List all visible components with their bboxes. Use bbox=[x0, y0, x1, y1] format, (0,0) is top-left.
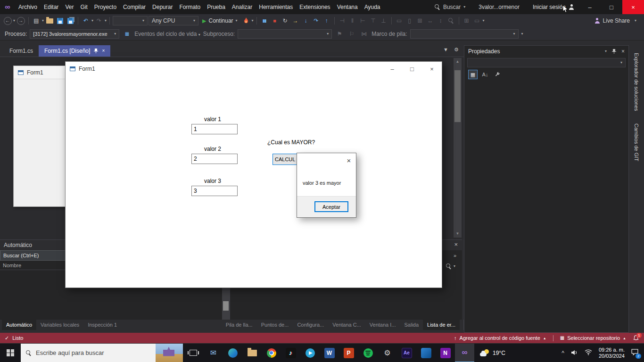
same-height-button[interactable]: ▯ bbox=[405, 16, 414, 26]
stack-frame-select[interactable]: ▾ bbox=[410, 29, 519, 39]
taskbar-powerpoint-icon[interactable]: P bbox=[339, 344, 358, 362]
tab-solution-explorer[interactable]: Explorador de soluciones bbox=[634, 53, 639, 111]
taskbar-telegram-icon[interactable] bbox=[300, 344, 320, 362]
valor1-input[interactable]: 1 bbox=[191, 124, 238, 134]
taskbar-tiktok-icon[interactable]: ♪ bbox=[281, 344, 300, 362]
network-button[interactable] bbox=[585, 349, 592, 357]
menu-proyecto[interactable]: Proyecto bbox=[91, 0, 120, 14]
pin-icon[interactable] bbox=[611, 49, 617, 54]
minimize-button[interactable]: – bbox=[579, 0, 601, 14]
navigate-back-button[interactable]: ← bbox=[3, 16, 12, 26]
chevron-down-icon[interactable]: ▾ bbox=[13, 19, 15, 23]
scroll-up-icon[interactable]: ▲ bbox=[454, 58, 462, 66]
tab-options-icon[interactable]: ⚙ bbox=[454, 47, 459, 52]
tab-automatico[interactable]: Automático bbox=[2, 320, 36, 330]
close-button[interactable]: × bbox=[422, 62, 442, 76]
align-bottoms-button[interactable]: ⊥ bbox=[379, 16, 388, 26]
taskbar-after-effects-icon[interactable]: Ae bbox=[397, 344, 416, 362]
taskbar-chrome-icon[interactable] bbox=[262, 344, 281, 362]
close-icon[interactable]: × bbox=[621, 49, 625, 54]
task-view-button[interactable] bbox=[183, 344, 204, 362]
step-into-button[interactable]: ↓ bbox=[301, 16, 311, 26]
flag-threads-button[interactable]: ⚑ bbox=[335, 29, 344, 39]
tab-ventana-inmediata[interactable]: Ventana I... bbox=[365, 320, 400, 330]
tab-list-dropdown-icon[interactable]: ▼ bbox=[443, 47, 448, 52]
menu-depurar[interactable]: Depurar bbox=[149, 0, 176, 14]
pin-icon[interactable] bbox=[93, 48, 99, 54]
same-width-button[interactable]: ▭ bbox=[395, 16, 404, 26]
align-rights-button[interactable]: ⊢ bbox=[358, 16, 368, 26]
zoom-button[interactable] bbox=[446, 16, 456, 26]
restart-button[interactable]: ↻ bbox=[281, 16, 290, 26]
scrollbar-thumb[interactable] bbox=[223, 301, 229, 311]
menu-archivo[interactable]: Archivo bbox=[15, 0, 41, 14]
lifecycle-dropdown[interactable]: Eventos del ciclo de vida ▾ bbox=[134, 31, 200, 37]
select-repository-button[interactable]: ▦ Seleccionar repositorio ▲ bbox=[560, 335, 626, 341]
tab-salida[interactable]: Salida bbox=[400, 320, 423, 330]
navigate-forward-button[interactable]: → bbox=[16, 16, 25, 26]
step-out-button[interactable]: ↑ bbox=[322, 16, 331, 26]
live-share-button[interactable]: Live Share bbox=[591, 17, 634, 24]
add-to-source-control-button[interactable]: ↑ Agregar al control de código fuente ▲ bbox=[454, 335, 546, 341]
valor3-input[interactable]: 3 bbox=[191, 186, 238, 196]
taskbar-app-blue-icon[interactable] bbox=[416, 344, 436, 362]
save-button[interactable] bbox=[55, 16, 65, 26]
toolbar-options-icon[interactable]: ▾ bbox=[635, 19, 636, 23]
process-steps-button[interactable]: ▦ bbox=[122, 29, 132, 39]
toolbar-overflow-icon[interactable]: ▾ bbox=[521, 32, 523, 36]
menu-ventana[interactable]: Ventana bbox=[334, 0, 361, 14]
order-button[interactable]: ▭ bbox=[472, 16, 482, 26]
flagged-only-button[interactable]: ⚐ bbox=[347, 29, 356, 39]
menu-prueba[interactable]: Prueba bbox=[204, 0, 229, 14]
taskbar-mail-icon[interactable]: ✉ bbox=[204, 344, 223, 362]
menu-herramientas[interactable]: Herramientas bbox=[256, 0, 296, 14]
same-size-button[interactable]: ⊞ bbox=[415, 16, 425, 26]
redo-button[interactable]: ↷ bbox=[94, 16, 104, 26]
tab-form1-cs[interactable]: Form1.cs bbox=[4, 45, 39, 57]
vertical-spacing-button[interactable]: ↕ bbox=[436, 16, 446, 26]
taskbar-weather[interactable]: 19°C bbox=[474, 349, 511, 357]
toolbar-overflow-icon[interactable]: » bbox=[454, 253, 456, 258]
tab-pila-de-llamadas[interactable]: Pila de lla... bbox=[222, 320, 257, 330]
object-selector-combo[interactable]: ▾ bbox=[467, 58, 626, 67]
document-scrollbar[interactable]: ▲ ▼ bbox=[454, 58, 462, 238]
alphabetical-button[interactable]: A↓ bbox=[480, 70, 490, 79]
menu-analizar[interactable]: Analizar bbox=[229, 0, 256, 14]
taskbar-onenote-icon[interactable]: N bbox=[436, 344, 455, 362]
suspend-threads-button[interactable]: ⋈ bbox=[359, 29, 369, 39]
chevron-down-icon[interactable]: ▾ bbox=[42, 19, 44, 23]
maximize-button[interactable]: □ bbox=[402, 62, 422, 76]
taskbar-settings-icon[interactable]: ⚙ bbox=[378, 344, 397, 362]
chevron-down-icon[interactable]: ▾ bbox=[91, 19, 93, 23]
new-file-button[interactable]: ▤ bbox=[32, 16, 41, 26]
undo-button[interactable]: ↶ bbox=[81, 16, 91, 26]
continue-button[interactable]: ▶ Continuar ▾ bbox=[199, 16, 240, 26]
taskbar-search-input[interactable]: Escribe aquí para buscar bbox=[21, 344, 183, 362]
tab-puntos-de-interrupcion[interactable]: Puntos de... bbox=[257, 320, 293, 330]
taskbar-spotify-icon[interactable] bbox=[358, 344, 378, 362]
stop-debugging-button[interactable]: ■ bbox=[270, 16, 280, 26]
group-button[interactable]: ⊞ bbox=[462, 16, 471, 26]
sign-in-button[interactable]: Iniciar sesión bbox=[528, 4, 579, 10]
tab-git-changes[interactable]: Cambios de GIT bbox=[634, 123, 639, 161]
property-pages-button[interactable] bbox=[493, 70, 502, 79]
volume-button[interactable] bbox=[571, 349, 578, 357]
menu-extensiones[interactable]: Extensiones bbox=[296, 0, 333, 14]
taskbar-edge-icon[interactable] bbox=[223, 344, 242, 362]
taskbar-word-icon[interactable]: W bbox=[320, 344, 339, 362]
menu-ver[interactable]: Ver bbox=[62, 0, 77, 14]
tab-configuracion[interactable]: Configura... bbox=[293, 320, 328, 330]
taskbar-clock[interactable]: 09:26 a. m. 20/03/2024 bbox=[599, 347, 625, 359]
tab-ventana-comandos[interactable]: Ventana C... bbox=[328, 320, 365, 330]
open-file-button[interactable] bbox=[45, 16, 54, 26]
window-position-icon[interactable]: ▾ bbox=[605, 49, 607, 53]
start-button[interactable] bbox=[0, 344, 21, 362]
align-lefts-button[interactable]: ⊣ bbox=[338, 16, 347, 26]
search-highlight-image[interactable] bbox=[156, 344, 183, 362]
show-hidden-icons-button[interactable]: ^ bbox=[561, 350, 564, 356]
menu-formato[interactable]: Formato bbox=[176, 0, 204, 14]
categorized-button[interactable]: ▦ bbox=[468, 70, 478, 79]
menu-editar[interactable]: Editar bbox=[41, 0, 62, 14]
taskbar-visual-studio-icon[interactable]: ∞ bbox=[455, 344, 474, 362]
close-button[interactable]: × bbox=[344, 156, 354, 165]
